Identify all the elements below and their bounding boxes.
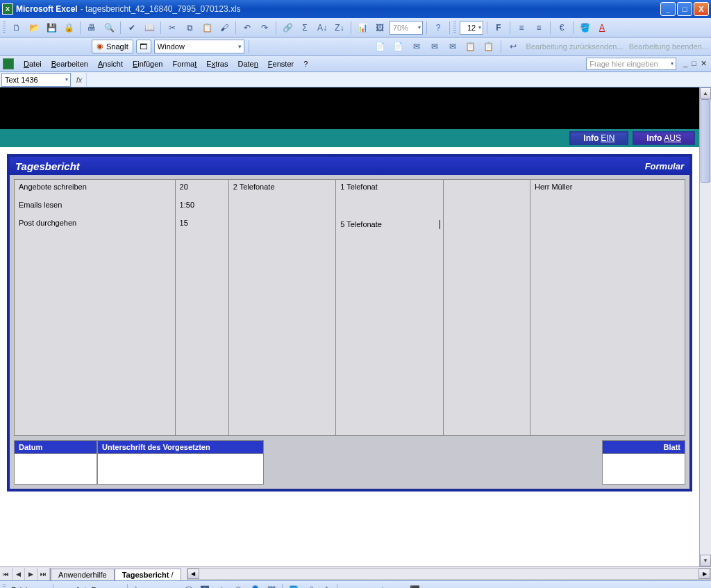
review-icon-4[interactable]: ✉ bbox=[427, 39, 442, 54]
menu-fenster[interactable]: Fenster bbox=[264, 58, 298, 69]
zoom-selector[interactable]: 70% bbox=[390, 21, 423, 35]
cell-c4-r2-active[interactable]: 5 Telefonate bbox=[340, 220, 438, 228]
snagit-mode-selector[interactable]: Window bbox=[154, 40, 244, 53]
format-painter-icon[interactable]: 🖌 bbox=[217, 20, 232, 35]
hscroll-track[interactable] bbox=[199, 569, 699, 579]
cell-c2-r3[interactable]: 15 bbox=[180, 219, 224, 227]
grid-col-4[interactable]: 1 Telefonat 5 Telefonate bbox=[336, 180, 443, 435]
scroll-up-arrow-icon[interactable]: ▲ bbox=[700, 87, 711, 99]
hyperlink-icon[interactable]: 🔗 bbox=[280, 20, 295, 35]
scroll-down-arrow-icon[interactable]: ▼ bbox=[700, 555, 711, 566]
toolbar-grip-2[interactable] bbox=[453, 22, 456, 34]
align-left-icon[interactable]: ≡ bbox=[514, 20, 529, 35]
review-icon-2[interactable]: 📄 bbox=[391, 39, 406, 54]
fill-color-draw-icon[interactable]: 🪣 bbox=[285, 582, 301, 589]
spellcheck-icon[interactable]: ✔ bbox=[124, 20, 140, 35]
tab-nav-prev-icon[interactable]: ◀ bbox=[12, 568, 25, 580]
grid-col-6[interactable]: Herr Müller bbox=[530, 180, 685, 435]
redo-icon[interactable]: ↷ bbox=[257, 20, 272, 35]
wordart-icon[interactable]: 𝐀 bbox=[214, 582, 229, 589]
review-icon-5[interactable]: ✉ bbox=[445, 39, 460, 54]
fontsize-selector[interactable]: 12 bbox=[460, 21, 483, 35]
sheet-content[interactable]: Info EIN Info AUS Tagesbericht Formular … bbox=[0, 87, 699, 566]
3d-icon[interactable]: ⬛ bbox=[407, 582, 422, 589]
sort-desc-icon[interactable]: Z↓ bbox=[332, 20, 347, 35]
scroll-track[interactable] bbox=[700, 99, 711, 555]
review-reply-icon[interactable]: ↩ bbox=[505, 39, 521, 54]
toolbar-grip[interactable] bbox=[3, 22, 6, 34]
line-style-icon[interactable]: ≡ bbox=[340, 582, 356, 589]
font-color-icon[interactable]: A bbox=[594, 20, 610, 35]
select-objects-icon[interactable]: ↖ bbox=[56, 582, 72, 589]
textbox-icon[interactable]: 🅰 bbox=[197, 582, 212, 589]
tab-nav-next-icon[interactable]: ▶ bbox=[25, 568, 37, 580]
oval-icon[interactable]: ◯ bbox=[181, 582, 196, 589]
grid-col-2[interactable]: 20 1:50 15 bbox=[176, 180, 229, 435]
undo-icon[interactable]: ↶ bbox=[240, 20, 255, 35]
window-maximize-button[interactable]: □ bbox=[677, 2, 692, 16]
doc-restore-button[interactable]: □ bbox=[690, 59, 698, 68]
bold-icon[interactable]: F bbox=[491, 20, 506, 35]
doc-minimize-button[interactable]: _ bbox=[682, 59, 689, 68]
grid-col-5[interactable] bbox=[444, 180, 530, 435]
menu-datei[interactable]: Datei bbox=[19, 58, 46, 69]
review-return-label[interactable]: Bearbeitung zurücksenden... bbox=[526, 42, 624, 51]
footer-unterschrift-input[interactable] bbox=[97, 454, 264, 485]
hscroll-left-arrow-icon[interactable]: ◀ bbox=[187, 569, 199, 579]
new-file-icon[interactable]: 🗋 bbox=[9, 20, 24, 35]
help-icon[interactable]: ? bbox=[430, 20, 446, 35]
name-box[interactable]: Text 1436 bbox=[1, 73, 71, 87]
footer-datum-input[interactable] bbox=[14, 454, 97, 485]
picture-icon[interactable]: 🖼 bbox=[264, 582, 279, 589]
cell-c1-r2[interactable]: Emails lesen bbox=[19, 201, 171, 209]
window-minimize-button[interactable]: _ bbox=[660, 2, 676, 16]
arrow-icon[interactable]: ↘ bbox=[147, 582, 162, 589]
cell-c6-r1[interactable]: Herr Müller bbox=[535, 183, 680, 191]
cut-icon[interactable]: ✂ bbox=[165, 20, 180, 35]
print-preview-icon[interactable]: 🔍 bbox=[101, 20, 117, 35]
menu-einfuegen[interactable]: Einfügen bbox=[128, 58, 167, 69]
grid-col-3[interactable]: 2 Telefonate bbox=[229, 180, 336, 435]
cell-c2-r2[interactable]: 1:50 bbox=[180, 201, 224, 209]
footer-blatt-input[interactable] bbox=[602, 454, 685, 485]
menu-bearbeiten[interactable]: Bearbeiten bbox=[47, 58, 92, 69]
tab-nav-last-icon[interactable]: ⏭ bbox=[37, 568, 50, 580]
formula-input[interactable] bbox=[86, 73, 711, 87]
review-icon-3[interactable]: ✉ bbox=[409, 39, 424, 54]
rectangle-icon[interactable]: ▭ bbox=[164, 582, 179, 589]
fill-color-icon[interactable]: 🪣 bbox=[577, 20, 592, 35]
info-ein-button[interactable]: Info EIN bbox=[569, 131, 628, 145]
diagram-icon[interactable]: ⬡ bbox=[231, 582, 246, 589]
zeichnen-menu[interactable]: Zeichnen bbox=[8, 586, 50, 589]
fx-icon[interactable]: fx bbox=[72, 76, 86, 84]
open-file-icon[interactable]: 📂 bbox=[26, 20, 42, 35]
review-icon-1[interactable]: 📄 bbox=[373, 39, 388, 54]
sheet-tab-tagesbericht[interactable]: Tagesbericht / bbox=[115, 569, 181, 580]
menu-extras[interactable]: Extras bbox=[202, 58, 232, 69]
research-icon[interactable]: 📖 bbox=[142, 20, 157, 35]
vertical-scrollbar[interactable]: ▲ ▼ bbox=[699, 87, 711, 566]
review-icon-7[interactable]: 📋 bbox=[481, 39, 496, 54]
snagit-button[interactable]: ◉ SnagIt bbox=[92, 40, 133, 53]
line-color-icon[interactable]: 🖊 bbox=[302, 582, 317, 589]
permission-icon[interactable]: 🔒 bbox=[61, 20, 76, 35]
scroll-thumb[interactable] bbox=[701, 99, 710, 183]
arrow-style-icon[interactable]: ⇄ bbox=[374, 582, 389, 589]
cell-c3-r1[interactable]: 2 Telefonate bbox=[233, 183, 331, 191]
cell-c2-r1[interactable]: 20 bbox=[180, 183, 224, 191]
line-icon[interactable]: ＼ bbox=[131, 582, 146, 589]
doc-close-button[interactable]: ✕ bbox=[699, 59, 708, 68]
workbook-icon[interactable] bbox=[3, 58, 14, 69]
dash-style-icon[interactable]: ┅ bbox=[357, 582, 372, 589]
cell-c1-r1[interactable]: Angebote schreiben bbox=[19, 183, 171, 191]
drawing-toggle-icon[interactable]: 🖼 bbox=[372, 20, 387, 35]
chart-wizard-icon[interactable]: 📊 bbox=[355, 20, 370, 35]
info-aus-button[interactable]: Info AUS bbox=[633, 131, 695, 145]
menu-hilfe[interactable]: ? bbox=[299, 58, 312, 69]
shadow-icon[interactable]: ◼ bbox=[390, 582, 405, 589]
cell-c4-r1[interactable]: 1 Telefonat bbox=[340, 183, 438, 191]
horizontal-scrollbar[interactable]: ◀ ▶ bbox=[187, 568, 712, 580]
review-end-label[interactable]: Bearbeitung beenden... bbox=[629, 42, 708, 51]
clipart-icon[interactable]: 👤 bbox=[247, 582, 262, 589]
sort-asc-icon[interactable]: A↓ bbox=[315, 20, 330, 35]
